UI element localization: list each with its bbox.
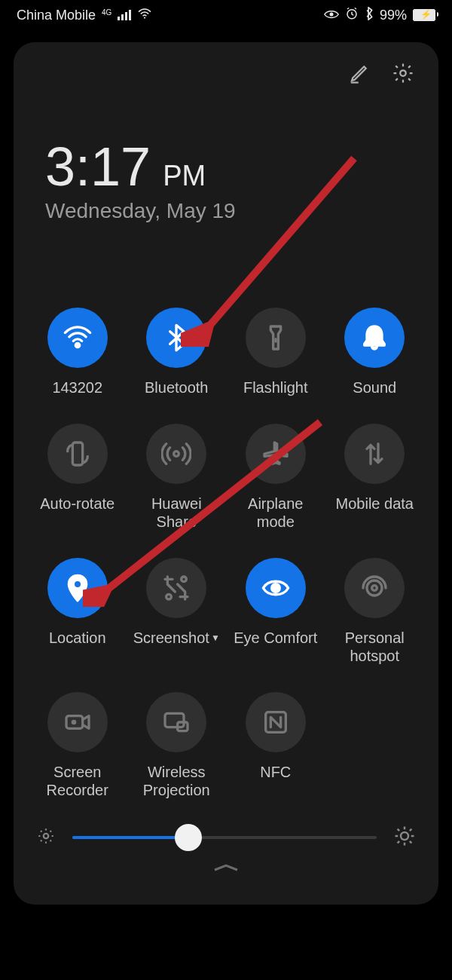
svg-rect-16 [165,713,184,727]
clock-block: 3:17 PM Wednesday, May 19 [45,136,420,223]
tile-label: Personal hotspot [329,629,421,665]
tile-label: Mobile data [336,495,414,513]
alarm-status-icon [345,7,359,24]
status-bar: China Mobile 4G 99% ⚡ [0,0,452,30]
eye-status-icon [324,8,339,23]
svg-point-9 [166,594,172,599]
tile-label: Wireless Projection [131,763,223,799]
eyecomfort-icon [246,558,306,618]
huaweishare-icon [146,424,206,484]
brightness-high-icon [393,825,416,850]
tile-bluetooth[interactable]: Bluetooth [131,308,223,397]
tile-flashlight[interactable]: Flashlight [230,308,322,397]
tile-projection[interactable]: Wireless Projection [131,692,223,799]
nfc-icon [246,692,306,752]
svg-point-12 [372,586,377,591]
battery-icon: ⚡ [413,9,435,21]
tile-nfc[interactable]: NFC [230,692,322,799]
tile-label: Sound [353,378,396,397]
carrier-label: China Mobile [17,8,96,23]
location-icon [47,558,108,618]
tile-location[interactable]: Location [32,558,124,665]
toggle-grid: 143202 Bluetooth Flashlight Sound [32,308,420,799]
svg-point-20 [401,832,408,840]
bluetooth-status-icon [365,7,374,24]
svg-point-1 [329,12,333,16]
wifi-status-icon [137,8,152,23]
panel-drag-handle[interactable] [32,862,420,873]
svg-point-8 [75,581,81,587]
tile-sound[interactable]: Sound [329,308,421,397]
tile-recorder[interactable]: Screen Recorder [32,692,124,799]
tile-autorotate[interactable]: Auto-rotate [32,424,124,531]
tile-label: Screen Recorder [32,763,124,799]
quick-settings-panel: 3:17 PM Wednesday, May 19 143202 Bluetoo… [14,42,438,905]
tile-label: Eye Comfort [234,629,317,647]
svg-point-4 [75,343,79,347]
battery-pct: 99% [380,8,407,23]
tile-label: Huawei Share [131,495,223,531]
ampm-text: PM [163,160,206,192]
mobiledata-icon [344,424,405,484]
brightness-thumb[interactable] [175,824,202,851]
network-badge: 4G [102,8,111,17]
svg-point-13 [367,580,382,596]
edit-icon[interactable] [348,62,371,87]
brightness-slider[interactable] [32,825,420,850]
tile-label: Location [49,629,106,647]
autorotate-icon [47,424,108,484]
hotspot-icon [344,558,405,618]
tile-label: Screenshot▼ [133,629,220,647]
airplane-icon [246,424,306,484]
tile-label: 143202 [52,378,102,397]
svg-point-15 [71,720,76,725]
settings-icon[interactable] [392,62,414,87]
tile-mobiledata[interactable]: Mobile data [329,424,421,531]
tile-huaweishare[interactable]: Huawei Share [131,424,223,531]
tile-label: Auto-rotate [40,495,115,513]
tile-eyecomfort[interactable]: Eye Comfort [230,558,322,665]
tile-label: Flashlight [243,378,308,397]
wifi-icon [47,308,108,368]
recorder-icon [47,692,108,752]
time-text: 3:17 [45,136,151,198]
brightness-low-icon [36,826,56,849]
svg-point-0 [144,17,145,18]
brightness-track[interactable] [72,836,377,839]
bluetooth-icon [146,308,206,368]
tile-label: NFC [260,763,291,781]
signal-icon [118,10,131,20]
svg-point-11 [271,584,279,593]
svg-rect-6 [72,443,82,465]
tile-wifi[interactable]: 143202 [32,308,124,397]
svg-point-7 [174,452,179,457]
tile-label: Airplane mode [230,495,322,531]
sound-icon [344,308,405,368]
tile-screenshot[interactable]: Screenshot▼ [131,558,223,665]
flashlight-icon [246,308,306,368]
tile-airplane[interactable]: Airplane mode [230,424,322,531]
tile-hotspot[interactable]: Personal hotspot [329,558,421,665]
svg-point-19 [44,834,49,839]
date-text: Wednesday, May 19 [45,199,420,223]
svg-point-3 [400,70,406,76]
svg-point-10 [182,577,187,582]
tile-label: Bluetooth [145,378,209,397]
projection-icon [146,692,206,752]
screenshot-icon [146,558,206,618]
